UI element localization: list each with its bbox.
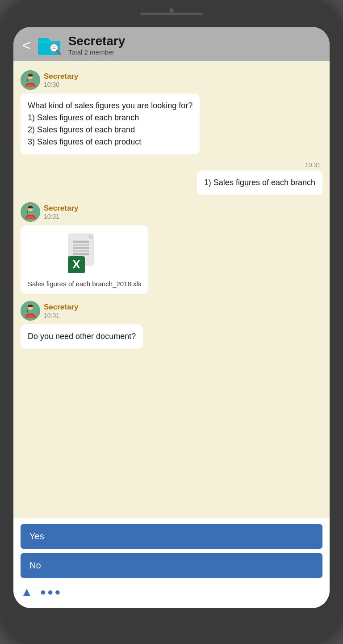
header-subtitle: Total 2 member (68, 48, 125, 56)
phone-screen: < S (13, 27, 330, 608)
file-name-3: Sales figures of each branch_2018.xls (28, 280, 141, 288)
svg-point-3 (51, 45, 57, 51)
avatar-4 (21, 301, 40, 321)
message-group-3: Secretary 10:31 (21, 202, 322, 294)
svg-rect-14 (73, 244, 89, 246)
bubble-2: 1) Sales figures of each branch (197, 170, 322, 195)
file-bubble-3[interactable]: X Sales figures of each branch_2018.xls (21, 225, 148, 294)
sender-name-4: Secretary (44, 303, 79, 312)
no-button[interactable]: No (21, 553, 322, 578)
svg-text:X: X (72, 258, 80, 271)
msg-header-1: Secretary 10:30 (21, 70, 79, 90)
sender-info-4: Secretary 10:31 (44, 303, 79, 319)
avatar-3 (21, 202, 40, 222)
chat-header: < S (13, 27, 330, 61)
message-group-1: Secretary 10:30 What kind of sales figur… (21, 70, 322, 154)
svg-rect-15 (73, 247, 89, 249)
message-group-4: Secretary 10:31 Do you need other docume… (21, 301, 322, 349)
msg-time-2: 10:31 (305, 161, 321, 169)
msg-time-4: 10:31 (44, 312, 79, 319)
sender-name-1: Secretary (44, 72, 79, 81)
back-button[interactable]: < (22, 38, 31, 52)
bottom-actions: ▲ ●●● (21, 582, 322, 599)
sender-info-1: Secretary 10:30 (44, 72, 79, 88)
bubble-1: What kind of sales figures you are looki… (21, 93, 200, 154)
yes-button[interactable]: Yes (21, 524, 322, 549)
header-title: Secretary (68, 34, 125, 48)
excel-file-icon: X (64, 232, 105, 276)
chat-area: Secretary 10:30 What kind of sales figur… (13, 61, 330, 518)
more-options-button[interactable]: ●●● (40, 586, 62, 598)
msg-time-3: 10:31 (44, 213, 79, 220)
upload-button[interactable]: ▲ (21, 585, 33, 599)
svg-rect-13 (73, 241, 89, 243)
msg-header-4: Secretary 10:31 (21, 301, 79, 321)
quick-replies: Yes No (21, 524, 322, 578)
svg-rect-17 (73, 253, 89, 255)
msg-header-3: Secretary 10:31 (21, 202, 79, 222)
msg-time-1: 10:30 (44, 81, 79, 88)
bubble-4: Do you need other document? (21, 324, 143, 349)
sender-info-3: Secretary 10:31 (44, 204, 79, 220)
bottom-bar: Yes No ▲ ●●● (13, 518, 330, 608)
message-group-2: 10:31 1) Sales figures of each branch (21, 161, 322, 195)
phone-shell: < S (0, 0, 343, 644)
svg-rect-1 (38, 41, 60, 43)
header-icon (37, 34, 62, 56)
sender-name-3: Secretary (44, 204, 79, 213)
avatar-1 (21, 70, 40, 90)
svg-rect-16 (73, 250, 89, 252)
header-info: Secretary Total 2 member (68, 34, 125, 56)
